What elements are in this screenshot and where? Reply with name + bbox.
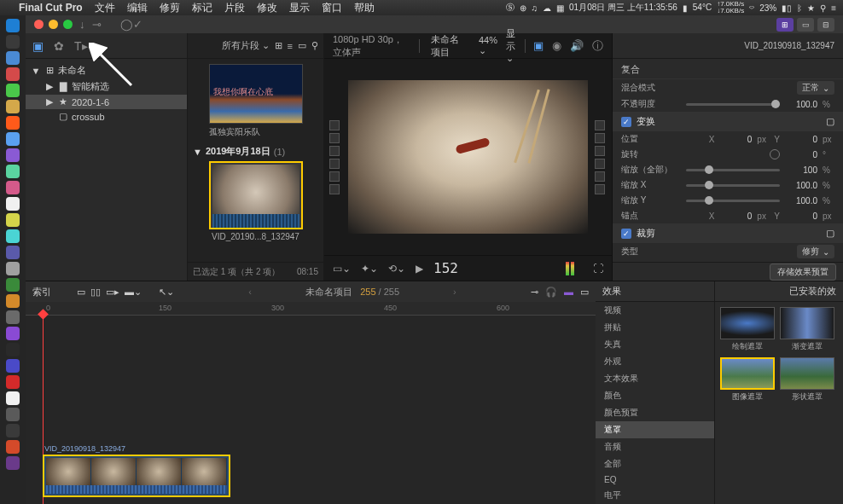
video-inspector-icon[interactable]: ▣ <box>533 39 544 52</box>
menu-mark[interactable]: 标记 <box>192 1 212 15</box>
library-tab-icon[interactable]: ▣ <box>32 39 44 53</box>
scale-slider[interactable] <box>686 169 780 171</box>
dock-app[interactable] <box>6 424 20 437</box>
tree-library-root[interactable]: ▼ ⊞ 未命名 <box>26 62 187 78</box>
effect-category[interactable]: 音频 <box>596 438 714 455</box>
search-icon[interactable]: ⚲ <box>311 40 318 51</box>
dock-app[interactable] <box>6 294 20 308</box>
dock-app[interactable] <box>6 116 20 130</box>
effect-category[interactable]: 视频 <box>596 302 714 319</box>
status-icon[interactable]: ♫ <box>532 3 538 13</box>
rotation-value[interactable]: 0 <box>785 150 817 159</box>
effect-item[interactable]: 绘制遮罩 <box>720 307 775 352</box>
app-name[interactable]: Final Cut Pro <box>19 2 83 14</box>
scale-x-slider[interactable] <box>686 184 780 187</box>
dock-app[interactable] <box>6 197 20 211</box>
composite-section-header[interactable]: 复合 <box>613 61 843 79</box>
clip-thumbnail-selected[interactable] <box>209 161 303 229</box>
grid-icon[interactable]: ⊞ <box>275 40 282 51</box>
dock-app[interactable] <box>6 359 20 373</box>
dock-app[interactable] <box>6 456 20 470</box>
disclosure-icon[interactable]: ▼ <box>193 147 202 157</box>
menu-trim[interactable]: 修剪 <box>160 1 180 15</box>
viewer-canvas[interactable] <box>324 59 612 255</box>
effect-category[interactable]: 外观 <box>596 353 714 370</box>
audio-inspector-icon[interactable]: 🔊 <box>570 39 584 52</box>
keyword-icon[interactable]: ⊸ <box>92 18 102 31</box>
disclosure-icon[interactable]: ▼ <box>31 66 41 76</box>
solo-icon[interactable]: ▬ <box>564 287 573 298</box>
dock-app[interactable] <box>6 51 20 65</box>
menu-view[interactable]: 显示 <box>289 1 310 15</box>
dock-app[interactable] <box>6 213 20 227</box>
timecode[interactable]: 152 <box>433 260 458 276</box>
dock-app[interactable] <box>6 408 20 421</box>
maximize-button[interactable] <box>63 20 73 29</box>
dock-app[interactable] <box>6 181 20 194</box>
connect-icon[interactable]: ▭ <box>77 287 85 298</box>
dock-app[interactable] <box>6 375 20 389</box>
dock-app[interactable] <box>6 229 20 243</box>
effect-item[interactable]: 形状遮罩 <box>780 357 834 403</box>
disclosure-icon[interactable]: ▶ <box>44 96 55 107</box>
effect-category[interactable]: 全部 <box>596 455 714 472</box>
anchor-y[interactable]: 0 <box>785 211 817 221</box>
dock-app[interactable] <box>6 246 20 259</box>
tree-item[interactable]: ▶ ▇ 智能精选 <box>26 78 187 95</box>
filter-dropdown[interactable]: 所有片段 ⌄ <box>222 39 270 52</box>
dock-app[interactable] <box>6 278 20 292</box>
pos-y[interactable]: 0 <box>785 135 817 144</box>
play-button[interactable]: ▶ <box>416 263 423 275</box>
dock-app[interactable] <box>6 262 20 275</box>
tree-item[interactable]: ▢ crossub <box>26 109 187 124</box>
zoom-dropdown[interactable]: 44% ⌄ <box>479 35 497 56</box>
blend-dropdown[interactable]: 正常 ⌄ <box>797 81 834 95</box>
audio-meters[interactable] <box>566 262 574 275</box>
menu-help[interactable]: 帮助 <box>354 1 375 15</box>
dock-app[interactable] <box>6 327 20 340</box>
search-icon[interactable]: ⚲ <box>820 3 826 13</box>
project-name[interactable]: 未命名项目 <box>431 33 467 59</box>
dock-finder[interactable] <box>6 19 20 32</box>
status-icon[interactable]: Ⓢ <box>506 2 515 14</box>
overwrite-icon[interactable]: ▬⌄ <box>125 287 142 298</box>
status-icon[interactable]: ☁ <box>543 3 551 13</box>
list-icon[interactable]: ≡ <box>288 41 293 51</box>
effect-category[interactable]: 电平 <box>596 487 714 504</box>
retime-menu[interactable]: ⟲⌄ <box>388 263 405 275</box>
star-icon[interactable]: ★ <box>807 3 815 13</box>
fullscreen-icon[interactable]: ⛶ <box>593 263 603 275</box>
effect-item[interactable]: 图像遮罩 <box>720 357 775 403</box>
wifi-icon[interactable]: ⌔ <box>749 3 754 13</box>
effect-category[interactable]: 颜色 <box>596 387 714 404</box>
info-inspector-icon[interactable]: ⓘ <box>592 38 603 54</box>
next-edit-icon[interactable]: › <box>453 287 456 297</box>
scale-y-value[interactable]: 100.0 <box>785 196 817 206</box>
menu-modify[interactable]: 修改 <box>257 1 277 15</box>
transform-header[interactable]: ✓ 变换 ▢ <box>613 112 843 131</box>
minimize-button[interactable] <box>49 20 58 29</box>
scale-x-value[interactable]: 100.0 <box>785 181 817 190</box>
status-icon[interactable]: ▮ <box>683 3 688 13</box>
dock-app[interactable] <box>6 84 20 97</box>
dock-app[interactable] <box>6 100 20 113</box>
skimming-icon[interactable]: ⊸ <box>531 287 538 298</box>
transform-menu[interactable]: ▭⌄ <box>333 263 351 275</box>
dock-app[interactable] <box>6 132 20 146</box>
timeline-body[interactable]: VID_20190918_132947 <box>26 316 596 504</box>
menu-clip[interactable]: 片段 <box>224 1 245 15</box>
titles-tab-icon[interactable]: T▸ <box>74 39 88 53</box>
reset-icon[interactable]: ▢ <box>826 228 834 239</box>
crop-type-dropdown[interactable]: 修剪 ⌄ <box>797 245 834 258</box>
effect-category[interactable]: 遮罩 <box>596 421 714 438</box>
append-icon[interactable]: ▭▸ <box>106 287 119 298</box>
bluetooth-icon[interactable]: ᛒ <box>797 3 802 13</box>
effect-category[interactable]: 拼贴 <box>596 319 714 336</box>
dock-app[interactable] <box>6 440 20 454</box>
dock-app[interactable] <box>6 35 20 49</box>
enhance-menu[interactable]: ✦⌄ <box>361 263 378 275</box>
dock-app[interactable] <box>6 148 20 162</box>
dock-app[interactable] <box>6 391 20 405</box>
pos-x[interactable]: 0 <box>719 135 752 144</box>
photos-tab-icon[interactable]: ✿ <box>54 39 64 53</box>
